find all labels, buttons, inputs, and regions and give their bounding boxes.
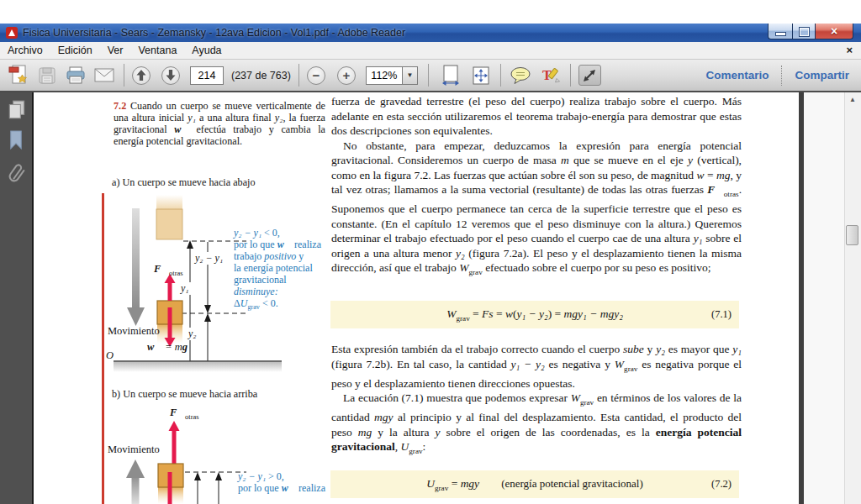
toolbar-separator <box>500 64 501 87</box>
toolbar-separator <box>570 64 571 87</box>
zoom-in-button[interactable]: + <box>337 66 356 85</box>
paragraph-3: Esta expresión también da el trabajo cor… <box>331 342 742 391</box>
print-button[interactable] <box>64 63 87 88</box>
vertical-scrollbar[interactable] <box>844 92 861 504</box>
zoom-dropdown-button[interactable]: ▼ <box>403 66 418 85</box>
toolbar-separator <box>298 64 299 87</box>
page-count-label: (237 de 763) <box>231 70 291 81</box>
fullscreen-icon <box>583 69 596 82</box>
figure-a-f-otras-label: F⃗otras <box>154 263 183 277</box>
figure-caption: 7.2 Cuando un cuerpo se mueve verticalme… <box>114 101 325 148</box>
attachments-button[interactable] <box>7 161 27 183</box>
toolbar-separator <box>124 64 124 87</box>
down-arrow-icon <box>166 70 176 81</box>
equation-7-1-number: (7.1) <box>711 308 732 321</box>
print-icon <box>66 66 86 85</box>
pages-icon <box>7 99 27 121</box>
create-pdf-icon <box>8 64 29 87</box>
navigation-sidebar <box>0 92 34 504</box>
highlight-text-button[interactable]: T <box>539 63 563 88</box>
bookmarks-button[interactable] <box>7 129 27 151</box>
toolbar-dotted-separator <box>781 66 782 86</box>
equation-7-2: Ugrav = mgy(energía potencial gravitacio… <box>330 470 739 498</box>
fit-page-button[interactable] <box>469 63 493 88</box>
figure-a-heading: a) Un cuerpo se mueve hacia abajo <box>112 176 256 189</box>
equation-7-1: Wgrav = Fs = w(y₁ − y₂) = mgy₁ − mgy₂ (7… <box>330 301 739 328</box>
title-bar: Fisica Universitaria - Sears - Zemansky … <box>0 24 861 42</box>
figure-a-movimiento-label: Movimiento <box>108 325 160 338</box>
figure-b-annotation: y₂ − y₁ > 0, por lo que w⃗ realiza <box>238 470 337 494</box>
toolbar: (237 de 763) − + 112% ▼ T Comentario Com… <box>0 60 861 92</box>
comment-panel-button[interactable]: Comentario <box>705 69 769 81</box>
bookmark-icon <box>7 129 25 150</box>
fullscreen-button[interactable] <box>578 65 601 86</box>
menubar-close-icon[interactable]: × <box>846 44 853 56</box>
figure-a-annotation: y₂ − y₁ < 0, por lo que w⃗ realiza traba… <box>234 227 335 313</box>
previous-page-button[interactable] <box>132 66 151 85</box>
figure-b-f-otras-label: F⃗otras <box>170 407 199 421</box>
figure-a-y1-label: y₁ <box>179 282 191 295</box>
comment-bubble-icon <box>510 66 531 85</box>
email-icon <box>94 68 114 82</box>
figure-b-heading: b) Un cuerpo se mueve hacia arriba <box>112 388 257 401</box>
zoom-out-button[interactable]: − <box>307 66 325 85</box>
email-button[interactable] <box>92 63 116 88</box>
toolbar-separator <box>428 64 429 87</box>
maximize-icon <box>800 28 809 36</box>
minimize-icon <box>775 32 786 36</box>
save-button[interactable] <box>35 63 59 88</box>
figure-a-origin-label: O <box>106 349 114 362</box>
paragraph-1: fuerza de gravedad terrestre (el peso de… <box>331 94 742 139</box>
adobe-reader-app-icon <box>6 27 18 39</box>
menu-ventana[interactable]: Ventana <box>130 43 184 58</box>
window-controls: × <box>768 24 853 39</box>
equation-7-2-formula: Ugrav = mgy <box>426 477 479 490</box>
menu-ver[interactable]: Ver <box>100 43 131 58</box>
share-panel-button[interactable]: Compartir <box>795 69 849 81</box>
plus-icon: + <box>343 69 351 81</box>
toolbar-right-group: Comentario Compartir <box>705 66 849 86</box>
figure-a-weight-label: w⃗ = mg⃗ <box>147 341 196 354</box>
window-title: Fisica Universitaria - Sears - Zemansky … <box>23 27 405 39</box>
pdf-page: 7.2 Cuando un cuerpo se mueve verticalme… <box>34 92 799 504</box>
page-number-input[interactable] <box>190 66 224 85</box>
menu-edicion[interactable]: Edición <box>50 43 100 58</box>
save-icon <box>38 66 56 85</box>
body-text-block-2: Esta expresión también da el trabajo cor… <box>331 342 742 459</box>
equation-7-2-content: Ugrav = mgy(energía potencial gravitacio… <box>330 477 739 492</box>
page-thumbnails-button[interactable] <box>7 99 27 121</box>
figure-a-y2-label: y₂ <box>187 328 198 340</box>
comment-bubble-button[interactable] <box>509 63 532 88</box>
highlight-text-icon: T <box>541 66 561 86</box>
paperclip-icon <box>7 161 27 185</box>
zoom-value[interactable]: 112% <box>366 66 403 85</box>
desktop-background <box>0 0 861 24</box>
close-button[interactable]: × <box>815 24 853 39</box>
figure-b-movimiento-label: Movimiento <box>108 444 160 456</box>
fit-width-button[interactable] <box>439 63 462 88</box>
create-pdf-button[interactable] <box>7 63 30 88</box>
paragraph-4: La ecuación (7.1) muestra que podemos ex… <box>331 391 742 459</box>
caret-down-icon: ▼ <box>406 71 413 79</box>
menu-ayuda[interactable]: Ayuda <box>184 43 229 58</box>
equation-7-1-formula: Wgrav = Fs = w(y₁ − y₂) = mgy₁ − mgy₂ <box>330 307 739 323</box>
body-text-block-1: fuerza de gravedad terrestre (el peso de… <box>331 94 742 280</box>
up-arrow-icon <box>136 70 146 81</box>
figure-margin-rule <box>102 193 104 504</box>
minus-icon: − <box>313 69 320 81</box>
close-icon: × <box>831 25 837 37</box>
figure-a-dy-label: y₂ − y₁ <box>193 252 224 265</box>
scrollbar-up-icon[interactable]: ▲ <box>849 96 856 103</box>
fit-page-icon <box>471 66 491 86</box>
paragraph-2: No obstante, para empezar, deduzcamos la… <box>331 139 742 281</box>
zoom-control: 112% ▼ <box>366 66 418 85</box>
scrollbar-thumb[interactable] <box>846 225 858 245</box>
equation-7-2-annotation: (energía potencial gravitacional) <box>501 477 643 490</box>
fit-width-icon <box>441 65 461 86</box>
menu-archivo[interactable]: Archivo <box>0 43 50 58</box>
next-page-button[interactable] <box>161 66 180 85</box>
minimize-button[interactable] <box>768 24 792 39</box>
equation-7-2-number: (7.2) <box>711 478 732 491</box>
menu-bar: Archivo Edición Ver Ventana Ayuda × <box>0 42 861 60</box>
maximize-button[interactable] <box>792 24 815 39</box>
